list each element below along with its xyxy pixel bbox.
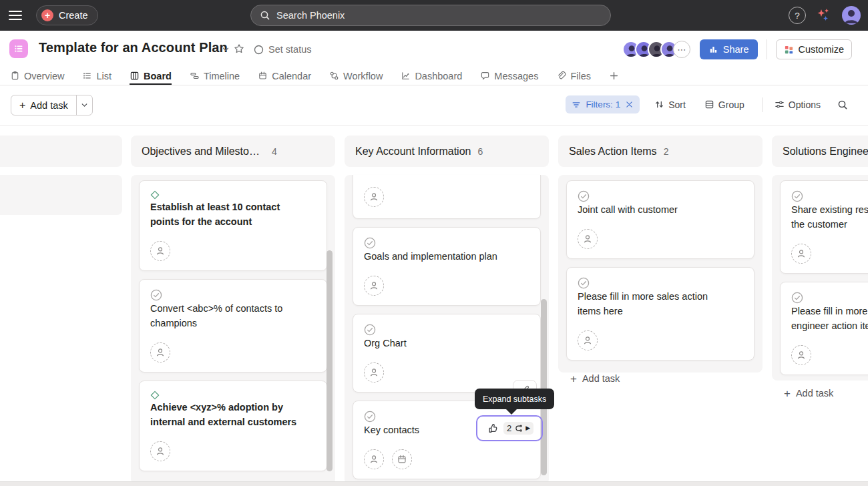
person-icon [155, 347, 166, 358]
column-count: 2 [664, 146, 669, 157]
tab-files[interactable]: Files [556, 67, 591, 85]
milestone-icon[interactable] [150, 190, 160, 200]
add-tab-button[interactable] [609, 67, 619, 85]
column-header[interactable]: Key Account Information 6 [345, 136, 549, 167]
assignee-placeholder[interactable] [364, 362, 384, 383]
tab-messages[interactable]: Messages [480, 67, 538, 85]
task-card[interactable]: Convert <abc>% of contacts to champions [139, 279, 327, 373]
column-add-task-button[interactable]: + Add task [570, 369, 754, 389]
column-title: Solutions Engineering [783, 146, 868, 158]
hamburger-menu-icon[interactable] [9, 7, 25, 23]
check-circle-icon[interactable] [578, 190, 590, 202]
set-status-button[interactable]: Set status [254, 44, 311, 55]
group-button[interactable]: Group [704, 99, 744, 110]
tab-board[interactable]: Board [130, 67, 172, 85]
check-circle-icon[interactable] [791, 292, 803, 304]
dashboard-icon [401, 71, 411, 81]
task-card[interactable]: Goals and implementation plan [353, 227, 541, 306]
person-icon [582, 335, 593, 346]
list-icon [82, 71, 92, 81]
tab-overview[interactable]: Overview [10, 67, 64, 85]
check-circle-icon[interactable] [150, 289, 162, 301]
assignee-placeholder[interactable] [578, 330, 598, 350]
due-date-placeholder[interactable] [392, 449, 412, 469]
add-task-label: Add task [582, 373, 620, 384]
user-avatar[interactable] [842, 6, 861, 25]
global-search-bar[interactable] [250, 5, 611, 26]
more-members-button[interactable]: ⋯ [673, 41, 690, 58]
person-icon [369, 454, 379, 465]
assignee-placeholder[interactable] [364, 449, 384, 469]
column-header[interactable]: Objectives and Milestones 4 [131, 136, 335, 167]
customize-button[interactable]: Customize [776, 39, 853, 59]
task-card[interactable]: Share existing resources with the custom… [780, 180, 868, 274]
column-scrollbar[interactable] [541, 299, 547, 475]
star-icon[interactable] [234, 43, 244, 54]
task-card[interactable]: Joint call with customer [566, 180, 754, 259]
column-header[interactable]: Sales Action Items 2 [558, 136, 763, 167]
task-card[interactable]: Please fill in more sales action items h… [566, 267, 754, 360]
ai-sparkles-icon[interactable] [816, 7, 832, 23]
subtask-count: 2 [507, 423, 511, 433]
column-scrollbar[interactable] [327, 250, 333, 471]
task-card[interactable] [353, 175, 541, 219]
filters-chip[interactable]: Filters: 1 [566, 95, 640, 113]
add-task-dropdown-button[interactable] [76, 95, 92, 115]
column-header[interactable]: Solutions Engineering [772, 136, 868, 167]
share-button[interactable]: Share [700, 39, 758, 59]
assignee-placeholder[interactable] [150, 441, 170, 461]
assignee-placeholder[interactable] [150, 342, 170, 362]
tab-calendar[interactable]: Calendar [258, 67, 311, 85]
clear-filters-button[interactable] [625, 100, 634, 109]
help-icon[interactable]: ? [789, 7, 806, 24]
task-card[interactable]: Org Chart [353, 314, 541, 393]
column-body [0, 175, 122, 215]
assignee-placeholder[interactable] [364, 187, 384, 207]
subtask-pill[interactable]: 2 ▶ [503, 422, 533, 435]
check-circle-icon[interactable] [364, 324, 376, 336]
board-search-icon[interactable] [837, 99, 848, 110]
sort-button[interactable]: Sort [654, 99, 686, 110]
check-circle-icon[interactable] [364, 237, 376, 249]
column-add-task-button[interactable]: + Add task [784, 383, 868, 403]
horizontal-scrollbar[interactable] [0, 481, 868, 486]
check-circle-icon[interactable] [578, 277, 590, 289]
search-input[interactable] [276, 10, 610, 21]
check-circle-icon[interactable] [364, 411, 376, 423]
timeline-icon [190, 71, 200, 81]
filters-label: Filters: 1 [586, 99, 620, 109]
sort-arrows-icon [654, 99, 664, 109]
assignee-placeholder[interactable] [791, 244, 811, 264]
options-button[interactable]: Options [775, 99, 821, 110]
check-circle-icon[interactable] [791, 190, 803, 202]
create-button[interactable]: + Create [36, 5, 98, 25]
task-card[interactable]: Establish at least 10 contact points for… [139, 180, 327, 271]
task-title: Goals and implementation plan [364, 237, 529, 264]
tab-label: Workflow [343, 71, 383, 81]
person-avatar-icon [842, 6, 861, 25]
assignee-placeholder[interactable] [364, 276, 384, 296]
person-icon [369, 367, 379, 378]
assignee-placeholder[interactable] [150, 241, 170, 261]
column-header[interactable] [0, 136, 122, 167]
thumbs-up-icon[interactable] [487, 423, 499, 434]
chevron-down-icon[interactable] [221, 45, 230, 54]
tab-timeline[interactable]: Timeline [190, 67, 240, 85]
project-icon[interactable] [9, 39, 28, 58]
task-card[interactable]: Achieve <xyz>% adoption by internal and … [139, 381, 327, 471]
tab-list[interactable]: List [82, 67, 112, 85]
tab-workflow[interactable]: Workflow [329, 67, 383, 85]
calendar-icon [397, 454, 407, 465]
tooltip-label: Expand subtasks [483, 395, 546, 404]
app-window: + Create ? Template [0, 0, 868, 486]
task-card[interactable]: Please fill in more solutions engineer a… [780, 282, 868, 375]
assignee-placeholder[interactable] [791, 345, 811, 365]
expand-subtasks-button[interactable]: 2 ▶ [476, 415, 543, 441]
assignee-placeholder[interactable] [578, 229, 598, 249]
add-task-label: Add task [796, 388, 833, 399]
tab-dashboard[interactable]: Dashboard [401, 67, 462, 85]
add-task-button[interactable]: + Add task [11, 95, 76, 115]
milestone-icon[interactable] [150, 391, 160, 400]
tab-label: Board [144, 71, 172, 81]
column-count: 6 [477, 146, 483, 157]
